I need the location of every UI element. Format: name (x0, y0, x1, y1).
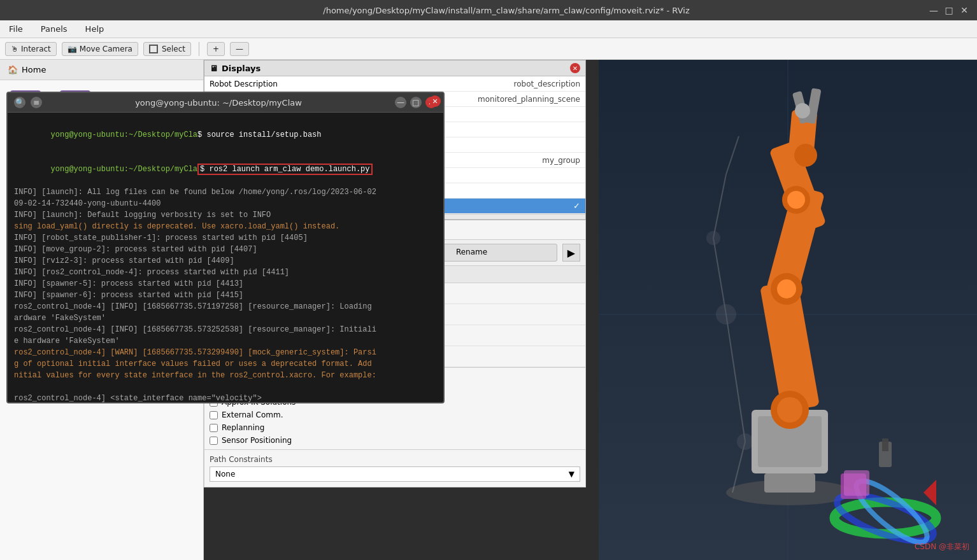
menu-panels[interactable]: Panels (37, 23, 71, 35)
svg-marker-25 (924, 480, 936, 505)
close-button[interactable]: ✕ (959, 5, 969, 15)
terminal-window-buttons: 🔍 ≡ (14, 97, 42, 108)
title-bar: /home/yong/Desktop/myClaw/install/arm_cl… (0, 0, 977, 20)
svg-rect-3 (764, 473, 815, 493)
term-line-20: ros2_control_node-4] <state_interface na… (14, 393, 437, 402)
terminal-x-button[interactable]: ✕ (429, 95, 441, 107)
displays-panel-icon: 🖥 (210, 64, 218, 73)
robot-desc-value: robot_description (514, 80, 580, 88)
planning-scene-value: monitored_planning_scene (478, 95, 580, 104)
menu-file[interactable]: File (5, 23, 27, 35)
svg-line-33 (726, 136, 739, 174)
option-external-comm: External Comm. (210, 409, 580, 421)
svg-point-16 (794, 144, 817, 167)
option-sensor-pos: Sensor Positioning (210, 434, 580, 447)
interact-label: Interact (21, 45, 51, 53)
path-constraints-value: None (215, 470, 235, 479)
viewport: CSDN @非菜初 (599, 60, 977, 560)
term-line-2: INFO] [launch]: All log files can be fou… (14, 186, 437, 198)
term-line-15: e hardware 'FakeSystem' (14, 335, 437, 347)
term-line-5: sing load_yaml() directly is deprecated.… (14, 221, 437, 232)
replanning-checkbox[interactable] (210, 424, 218, 432)
select-checkbox-icon (149, 45, 158, 53)
svg-point-11 (777, 279, 796, 298)
term-cmd-0: $ source install/setup.bash (197, 130, 321, 139)
menu-help[interactable]: Help (82, 23, 108, 35)
term-line-12: ros2_control_node-4] [INFO] [1685667735.… (14, 301, 437, 312)
term-line-8: INFO] [rviz2-3]: process started with pi… (14, 255, 437, 267)
terminal-menu-button[interactable]: ≡ (31, 97, 42, 108)
term-line-7: INFO] [move_group-2]: process started wi… (14, 244, 437, 255)
svg-point-32 (707, 232, 720, 244)
external-comm-checkbox[interactable] (210, 411, 218, 419)
minus-button[interactable]: — (230, 42, 249, 56)
svg-rect-24 (844, 470, 869, 496)
move-camera-button[interactable]: 📷 Move Camera (62, 42, 138, 56)
select-label: Select (162, 45, 185, 53)
main-area: 🏠 Home 📁 build 📁 install ments oads 🖥 (0, 60, 977, 560)
term-line-11: INFO] [spawner-6]: process started with … (14, 290, 437, 301)
term-line-13: ardware 'FakeSystem' (14, 312, 437, 324)
term-prompt-0: yong@yong-ubuntu:~/Desktop/myCla (51, 130, 197, 139)
dropdown-arrow-icon: ▼ (569, 470, 574, 479)
svg-point-29 (738, 434, 753, 449)
term-line-1: yong@yong-ubuntu:~/Desktop/myCla$ ros2 l… (14, 152, 437, 186)
sensor-pos-checkbox[interactable] (210, 437, 218, 445)
sensor-pos-label: Sensor Positioning (222, 436, 292, 445)
add-button[interactable]: + (207, 42, 225, 56)
path-constraints-dropdown[interactable]: None ▼ (210, 466, 580, 482)
term-line-16: ros2_control_node-4] [WARN] [1685667735.… (14, 347, 437, 358)
svg-point-14 (787, 191, 805, 209)
term-line-3: 09-02-14-732440-yong-ubuntu-4400 (14, 198, 437, 209)
term-prompt-1: yong@yong-ubuntu:~/Desktop/myCla (51, 165, 197, 174)
svg-point-19 (795, 103, 810, 118)
terminal-panel: 🔍 ≡ yong@yong-ubuntu: ~/Desktop/myClaw —… (6, 92, 445, 403)
term-line-4: INFO] [launch]: Default logging verbosit… (14, 209, 437, 221)
arrow-right-button[interactable]: ▶ (562, 244, 580, 262)
option-replanning: Replanning (210, 421, 580, 434)
terminal-title-bar: 🔍 ≡ yong@yong-ubuntu: ~/Desktop/myClaw —… (8, 93, 443, 113)
interact-button[interactable]: 🖱 Interact (5, 42, 57, 56)
move-camera-label: Move Camera (80, 45, 132, 53)
svg-line-30 (713, 238, 726, 314)
menu-bar: File Panels Help (0, 20, 977, 38)
displays-title: Displays (222, 64, 260, 73)
term-line-6: INFO] [robot_state_publisher-1]: process… (14, 232, 437, 244)
external-comm-label: External Comm. (222, 410, 283, 419)
terminal-maximize-button[interactable]: □ (410, 97, 422, 108)
terminal-content: yong@yong-ubuntu:~/Desktop/myCla$ source… (8, 113, 443, 402)
svg-point-8 (777, 397, 802, 423)
term-line-0: yong@yong-ubuntu:~/Desktop/myCla$ source… (14, 118, 437, 152)
term-line-10: INFO] [spawner-5]: process started with … (14, 278, 437, 290)
home-icon: 🏠 (8, 65, 18, 74)
interact-icon: 🖱 (11, 45, 18, 53)
robot-desc-label: Robot Description (210, 80, 514, 88)
window-title: /home/yong/Desktop/myClaw/install/arm_cl… (84, 6, 929, 15)
display-row-robot-desc: Robot Description robot_description (204, 76, 585, 92)
terminal-title-text: yong@yong-ubuntu: ~/Desktop/myClaw (135, 98, 302, 108)
term-cmd-highlight-1: $ ros2 launch arm_claw demo.launch.py (197, 164, 372, 175)
terminal-panel-close[interactable]: ✕ (429, 95, 441, 107)
terminal-minimize-button[interactable]: — (395, 97, 406, 108)
home-header: 🏠 Home (0, 60, 203, 80)
viewport-background: CSDN @非菜初 (599, 60, 977, 560)
minimize-button[interactable]: — (929, 5, 939, 15)
select-button[interactable]: Select (143, 42, 191, 56)
plus-icon: + (213, 45, 219, 53)
watermark: CSDN @非菜初 (915, 542, 969, 552)
term-line-9: INFO] [ros2_control_node-4]: process sta… (14, 267, 437, 278)
term-line-17: g of optional initial interface values f… (14, 358, 437, 370)
minus-icon: — (236, 45, 243, 53)
camera-icon: 📷 (68, 45, 77, 53)
svg-line-26 (726, 314, 745, 442)
toolbar: 🖱 Interact 📷 Move Camera Select + — (0, 38, 977, 60)
svg-line-31 (713, 174, 726, 238)
terminal-search-button[interactable]: 🔍 (14, 97, 25, 108)
displays-close-button[interactable]: ✕ (570, 63, 580, 73)
toolbar-separator (199, 42, 199, 56)
robot-svg (599, 60, 977, 560)
term-line-19 (14, 381, 437, 393)
path-constraints-section: Path Constraints None ▼ (204, 450, 586, 487)
path-constraints-label: Path Constraints (210, 455, 580, 464)
maximize-button[interactable]: □ (944, 5, 954, 15)
